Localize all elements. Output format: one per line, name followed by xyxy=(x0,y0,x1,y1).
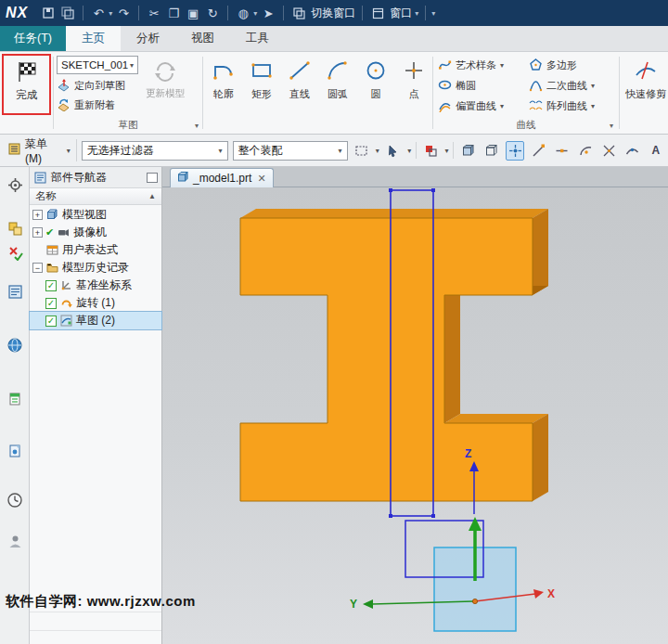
selection-filter-dropdown[interactable]: 无选择过滤器 ▾ xyxy=(82,141,228,161)
tab-view[interactable]: 视图 xyxy=(175,26,230,51)
tree-item-user-expressions[interactable]: + 用户表达式 xyxy=(30,241,161,259)
reattach-button[interactable]: 重新附着 xyxy=(57,97,115,114)
checkbox-checked-icon[interactable]: ✓ xyxy=(45,280,57,291)
selection-scope-dropdown[interactable]: 整个装配 ▾ xyxy=(233,141,348,161)
endpoint-snap-icon[interactable] xyxy=(529,141,547,161)
conic-button[interactable]: 二次曲线 ▾ xyxy=(529,77,595,95)
part-file-icon xyxy=(177,171,189,186)
checkbox-checked-icon[interactable]: ✓ xyxy=(45,316,57,327)
switch-window-button[interactable]: 切换窗口 xyxy=(290,4,355,22)
tree-item-cameras[interactable]: + ✔ 摄像机 xyxy=(30,224,161,241)
enable-snap-point-icon[interactable] xyxy=(506,141,524,161)
model-front-face[interactable] xyxy=(240,218,533,501)
resource-bar-options-icon[interactable] xyxy=(5,174,25,195)
tab-analysis[interactable]: 分析 xyxy=(121,26,175,51)
redo-icon[interactable]: ↷ xyxy=(115,4,132,22)
chevron-down-icon[interactable]: ▾ xyxy=(444,147,448,155)
roles-icon[interactable] xyxy=(5,531,25,551)
sketch-group-dropdown-icon[interactable]: ▾ xyxy=(195,122,199,130)
part-navigator-panel-icon xyxy=(33,171,47,185)
highlight-selection-icon[interactable] xyxy=(421,141,440,161)
part-navigator-icon[interactable] xyxy=(5,281,25,302)
point-on-curve-snap-icon[interactable] xyxy=(623,141,641,161)
sketch-name-combobox[interactable]: SKETCH_001 ▾ xyxy=(57,56,138,74)
checkbox-checked-icon[interactable]: ✓ xyxy=(45,298,57,309)
undo-dropdown-icon[interactable]: ▾ xyxy=(109,9,112,18)
menu-button[interactable]: 菜单(M) ▾ xyxy=(3,139,77,161)
reuse-library-icon[interactable] xyxy=(5,389,25,409)
chevron-down-icon[interactable]: ▾ xyxy=(407,147,411,155)
tree-item-label: 模型历史记录 xyxy=(62,260,129,276)
rectangle-button[interactable]: 矩形 xyxy=(243,54,280,113)
sketch-vertex-handle[interactable] xyxy=(431,514,435,518)
quick-trim-icon xyxy=(634,58,658,84)
history-palette-icon[interactable] xyxy=(5,490,25,510)
tree-item-label: 模型视图 xyxy=(62,207,107,223)
view-orient-icon[interactable]: ◍ xyxy=(235,4,251,22)
pattern-curve-button[interactable]: 阵列曲线 ▾ xyxy=(529,97,595,115)
text-select-icon[interactable]: A xyxy=(647,141,665,161)
navigator-column-header[interactable]: 名称 ▲ xyxy=(30,188,161,205)
midpoint-snap-icon[interactable] xyxy=(553,141,572,161)
offset-curve-button[interactable]: 偏置曲线 ▾ xyxy=(438,97,504,115)
line-button[interactable]: 直线 xyxy=(281,54,318,113)
circle-button[interactable]: 圆 xyxy=(357,54,394,113)
view-orient-dropdown-icon[interactable]: ▾ xyxy=(253,9,257,18)
internet-browser-icon[interactable] xyxy=(5,335,25,355)
constraint-navigator-icon[interactable] xyxy=(5,242,25,263)
tree-item-revolve[interactable]: ✓ 旋转 (1) xyxy=(30,294,161,312)
undock-panel-icon[interactable] xyxy=(147,173,158,183)
tree-item-model-history[interactable]: − 模型历史记录 xyxy=(30,259,161,277)
profile-button[interactable]: 轮廓 xyxy=(205,54,242,113)
csys-origin-point[interactable] xyxy=(472,599,477,603)
arc-button[interactable]: 圆弧 xyxy=(319,54,356,113)
expand-icon[interactable]: + xyxy=(32,227,43,238)
intersection-snap-icon[interactable] xyxy=(599,141,618,161)
tree-item-sketch[interactable]: ✓ 草图 (2) xyxy=(30,312,161,329)
orient-to-sketch-button[interactable]: 定向到草图 xyxy=(57,77,125,95)
point-button[interactable]: 点 xyxy=(395,54,432,113)
cut-icon[interactable]: ✂ xyxy=(146,4,162,22)
copy-icon[interactable]: ❐ xyxy=(165,4,182,22)
y-axis-arrowhead xyxy=(363,599,373,609)
undo-icon[interactable]: ↶ xyxy=(90,4,107,22)
select-by-rectangle-icon[interactable] xyxy=(353,141,371,161)
chevron-down-icon[interactable]: ▾ xyxy=(376,147,379,155)
command-finder-icon[interactable]: ➤ xyxy=(260,4,276,22)
polygon-button[interactable]: 多边形 xyxy=(529,57,577,74)
checkered-flag-icon xyxy=(15,59,39,85)
shaded-view-icon[interactable] xyxy=(458,141,477,161)
tab-home[interactable]: 主页 xyxy=(66,26,121,51)
tree-item-model-views[interactable]: + 模型视图 xyxy=(30,206,161,224)
sketch-vertex-handle[interactable] xyxy=(389,514,392,518)
quick-trim-button[interactable]: 快速修剪 xyxy=(623,54,668,113)
update-model-button[interactable]: 更新模型 xyxy=(141,54,189,113)
expand-icon[interactable]: + xyxy=(32,210,43,220)
finish-sketch-button[interactable]: 完成 xyxy=(2,54,51,115)
repeat-command-icon[interactable]: ↻ xyxy=(204,4,221,22)
art-spline-button[interactable]: 艺术样条 ▾ xyxy=(438,57,504,74)
hd3d-tools-icon[interactable] xyxy=(5,441,25,461)
select-cursor-icon[interactable] xyxy=(384,141,403,161)
part-file-tab[interactable]: _model1.prt ✕ xyxy=(170,168,274,187)
graphics-viewport[interactable]: _model1.prt ✕ xyxy=(162,167,668,644)
sketch-vertex-handle[interactable] xyxy=(431,188,435,192)
save-all-icon[interactable] xyxy=(59,4,76,22)
arc-center-snap-icon[interactable] xyxy=(576,141,595,161)
paste-icon[interactable]: ▣ xyxy=(185,4,201,22)
close-icon[interactable]: ✕ xyxy=(257,173,265,185)
quick-access-customize-icon[interactable]: ▾ xyxy=(431,9,435,18)
tab-task[interactable]: 任务(T) xyxy=(0,26,66,51)
tree-item-datum-csys[interactable]: ✓ 基准坐标系 xyxy=(30,277,161,294)
save-icon[interactable] xyxy=(40,4,57,22)
sketch-vertex-handle[interactable] xyxy=(389,188,392,192)
collapse-icon[interactable]: − xyxy=(32,263,43,273)
part-navigator-panel: 部件导航器 名称 ▲ + 模型视图 + ✔ xyxy=(30,167,162,644)
ellipse-button[interactable]: 椭圆 xyxy=(438,77,476,95)
tab-tools[interactable]: 工具 xyxy=(230,26,285,51)
wireframe-view-icon[interactable] xyxy=(482,141,501,161)
window-menu-button[interactable]: 窗口 ▾ xyxy=(369,4,418,22)
curve-group-dropdown-icon[interactable]: ▾ xyxy=(610,122,613,130)
assembly-navigator-icon[interactable] xyxy=(5,218,25,238)
graphics-scene[interactable]: Z X Y xyxy=(162,187,668,644)
